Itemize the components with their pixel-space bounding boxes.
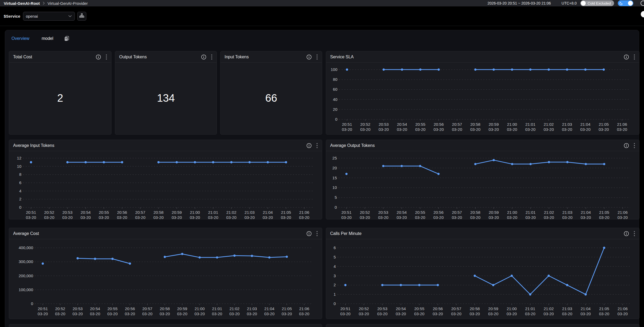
tab-overview[interactable]: Overview (11, 36, 29, 41)
svg-text:300,000: 300,000 (19, 259, 33, 264)
svg-text:21:04: 21:04 (581, 210, 591, 215)
svg-text:20:59: 20:59 (177, 306, 187, 311)
svg-text:0: 0 (335, 117, 337, 121)
topology-button[interactable] (77, 12, 86, 21)
kebab-menu-icon[interactable] (316, 231, 318, 237)
svg-text:03-20: 03-20 (160, 311, 170, 316)
kebab-menu-icon[interactable] (316, 143, 318, 149)
info-icon[interactable] (306, 143, 312, 148)
kebab-menu-icon[interactable] (634, 231, 635, 237)
time-range-picker[interactable]: 2026-03-20 20:51 ~ 2026-03-20 21:06 (487, 1, 551, 5)
svg-text:21:02: 21:02 (226, 210, 237, 215)
svg-text:03-20: 03-20 (452, 215, 462, 219)
svg-text:21:00: 21:00 (507, 122, 517, 127)
dark-mode-toggle[interactable] (618, 0, 633, 6)
svg-text:03-20: 03-20 (415, 215, 425, 219)
svg-text:20:59: 20:59 (488, 306, 498, 311)
svg-text:21:03: 21:03 (562, 210, 573, 215)
svg-text:03-20: 03-20 (359, 311, 369, 316)
kebab-menu-icon[interactable] (106, 54, 107, 60)
svg-text:03-20: 03-20 (264, 311, 274, 316)
info-icon[interactable] (201, 54, 206, 60)
svg-text:03-20: 03-20 (342, 127, 352, 132)
topbar: Virtual-GenAI-Root Virtual-GenAI-Provide… (0, 0, 644, 6)
svg-text:20:54: 20:54 (81, 210, 91, 215)
svg-text:03-20: 03-20 (433, 215, 444, 219)
average-output-tokens-chart[interactable]: 051015202520:5103-2020:5203-2020:5303-20… (326, 151, 639, 219)
tab-model[interactable]: model (42, 36, 53, 41)
info-icon[interactable] (624, 54, 629, 60)
svg-text:03-20: 03-20 (581, 215, 591, 219)
svg-text:20:54: 20:54 (90, 306, 100, 311)
kebab-menu-icon[interactable] (634, 54, 635, 60)
svg-text:03-20: 03-20 (263, 215, 273, 219)
svg-text:200,000: 200,000 (19, 273, 33, 278)
info-icon[interactable] (624, 231, 629, 236)
copy-pages-icon[interactable] (64, 36, 70, 41)
dashboard-container: Overview model Total Cost 2 (5, 30, 639, 327)
svg-text:20:51: 20:51 (38, 306, 48, 311)
svg-text:03-20: 03-20 (107, 311, 118, 316)
svg-text:03-20: 03-20 (543, 127, 554, 132)
svg-text:80: 80 (333, 77, 337, 82)
svg-text:0: 0 (19, 205, 21, 210)
svg-text:6: 6 (19, 180, 21, 185)
kebab-menu-icon[interactable] (634, 143, 635, 149)
svg-text:03-20: 03-20 (580, 127, 591, 132)
svg-text:21:03: 21:03 (562, 122, 572, 127)
service-sla-chart[interactable]: 02040608010020:5103-2020:5203-2020:5303-… (326, 63, 639, 134)
svg-text:03-20: 03-20 (618, 215, 628, 219)
svg-text:03-20: 03-20 (117, 215, 127, 219)
svg-text:20:51: 20:51 (342, 122, 352, 127)
info-icon[interactable] (624, 143, 629, 148)
dashboard-page: Virtual-GenAI-Root Virtual-GenAI-Provide… (0, 0, 644, 327)
svg-text:20:58: 20:58 (160, 306, 170, 311)
svg-text:21:01: 21:01 (525, 122, 535, 127)
svg-text:03-20: 03-20 (244, 215, 254, 219)
svg-text:03-20: 03-20 (177, 311, 187, 316)
panel-average-cost: Average Cost 0100,000200,000300,000400,0… (9, 228, 322, 319)
svg-text:20:56: 20:56 (434, 210, 444, 215)
svg-text:21:03: 21:03 (245, 210, 255, 215)
kebab-menu-icon[interactable] (211, 54, 213, 60)
timezone-label[interactable]: UTC+8.0 (562, 1, 577, 5)
help-icon[interactable] (641, 1, 644, 6)
info-icon[interactable] (306, 231, 312, 236)
cold-excluded-toggle[interactable]: Cold Excluded (580, 0, 614, 6)
svg-text:03-20: 03-20 (599, 311, 609, 316)
svg-text:20:54: 20:54 (396, 306, 406, 311)
panel-input-tokens: Input Tokens 66 (220, 51, 322, 135)
chevron-down-icon (68, 15, 72, 17)
svg-text:03-20: 03-20 (433, 311, 443, 316)
svg-text:20:52: 20:52 (55, 306, 65, 311)
svg-text:03-20: 03-20 (489, 215, 499, 219)
stat-value: 66 (221, 92, 322, 104)
svg-text:20:55: 20:55 (99, 210, 109, 215)
info-icon[interactable] (96, 54, 101, 60)
svg-text:03-20: 03-20 (618, 311, 628, 316)
service-select[interactable]: openai (23, 12, 75, 21)
svg-text:03-20: 03-20 (299, 215, 309, 219)
toggle-knob (581, 1, 586, 6)
svg-text:03-20: 03-20 (525, 311, 535, 316)
info-icon[interactable] (306, 54, 312, 60)
svg-text:21:03: 21:03 (247, 306, 257, 311)
svg-text:21:01: 21:01 (208, 210, 218, 215)
svg-text:0: 0 (334, 301, 336, 306)
svg-text:20:59: 20:59 (172, 210, 182, 215)
panel-average-input-tokens: Average Input Tokens 02468101220:5103-20… (9, 140, 322, 219)
panel-title: Calls Per Minute (330, 231, 361, 236)
svg-text:2: 2 (334, 283, 336, 287)
svg-text:03-20: 03-20 (434, 127, 444, 132)
svg-text:20:56: 20:56 (125, 306, 135, 311)
calls-per-minute-chart[interactable]: 012345620:5103-2020:5203-2020:5303-2020:… (326, 239, 639, 319)
svg-text:03-20: 03-20 (397, 127, 407, 132)
svg-text:03-20: 03-20 (451, 311, 461, 316)
average-cost-chart[interactable]: 0100,000200,000300,000400,00020:5103-202… (9, 239, 322, 319)
kebab-menu-icon[interactable] (316, 54, 318, 60)
average-input-tokens-chart[interactable]: 02468101220:5103-2020:5203-2020:5303-202… (9, 151, 322, 219)
svg-text:20:55: 20:55 (414, 306, 425, 311)
breadcrumb-root[interactable]: Virtual-GenAI-Root (4, 1, 40, 6)
svg-text:20:58: 20:58 (470, 210, 480, 215)
svg-text:21:04: 21:04 (581, 306, 591, 311)
